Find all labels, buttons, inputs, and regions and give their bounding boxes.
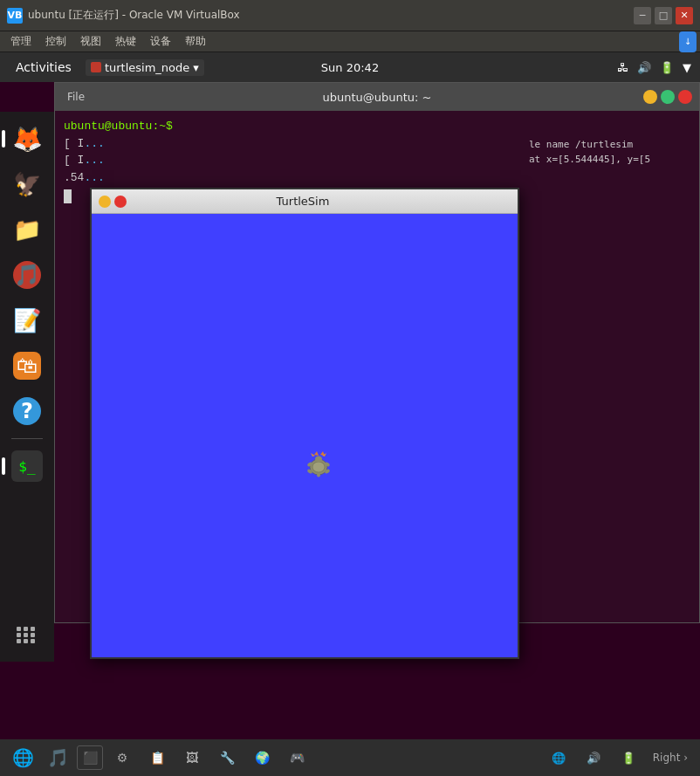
turtlesim-titlebar: TurtleSim [92, 189, 518, 214]
dock-item-help[interactable]: ? [7, 391, 47, 431]
terminal-menu-file[interactable]: File [62, 91, 90, 103]
vbox-menu-view[interactable]: 视图 [73, 32, 108, 51]
terminal-cursor [64, 189, 72, 203]
vbox-maximize-button[interactable]: □ [655, 7, 672, 24]
taskbar-right-item2[interactable]: 🔊 [578, 742, 609, 773]
dock-item-appgrid[interactable] [7, 615, 47, 655]
terminal-close-button[interactable] [678, 90, 692, 104]
taskbar-time-label: Right › [648, 752, 693, 764]
right-text-line1: le name /turtlesim [529, 138, 697, 153]
right-text-line2: at x=[5.544445], y=[5 [529, 153, 697, 168]
taskbar-item-music[interactable]: 🎵 [42, 742, 73, 773]
gnome-clock: Sun 20:42 [321, 61, 379, 74]
vbox-titlebar: VB ubuntu [正在运行] - Oracle VM VirtualBox … [0, 0, 700, 31]
turtlesim-node-dropdown-icon: ▾ [193, 61, 199, 74]
taskbar-item-screen4[interactable]: 🖼 [176, 742, 208, 773]
vbox-menu-help[interactable]: 帮助 [178, 32, 213, 51]
volume-icon[interactable]: 🔊 [637, 61, 651, 74]
taskbar-item-screen5[interactable]: 🔧 [211, 742, 243, 773]
terminal-line-1: ubuntu@ubuntu:~$ [64, 118, 690, 135]
taskbar-item-screen6[interactable]: 🌍 [246, 742, 278, 773]
vbox-title: ubuntu [正在运行] - Oracle VM VirtualBox [28, 8, 634, 23]
vbox-icon: VB [7, 8, 23, 24]
vbox-window-controls: ─ □ ✕ [634, 7, 693, 24]
vbox-minimize-button[interactable]: ─ [634, 7, 651, 24]
dock-separator [11, 438, 43, 439]
battery-icon[interactable]: 🔋 [660, 61, 674, 74]
vbox-menu-devices[interactable]: 设备 [143, 32, 178, 51]
activities-label: Activities [16, 60, 72, 74]
vbox-close-button[interactable]: ✕ [676, 7, 693, 24]
activities-button[interactable]: Activities [9, 57, 79, 78]
turtlesim-title: TurtleSim [127, 195, 479, 208]
turtlesim-node-icon [91, 62, 101, 72]
taskbar-item-screen2[interactable]: ⚙ [106, 742, 138, 773]
vbox-notification-icon[interactable]: ↓ [679, 31, 697, 52]
terminal-titlebar: File ubuntu@ubuntu: ~ [55, 83, 699, 111]
gnome-status-icons: 🖧 🔊 🔋 ▼ [617, 61, 691, 74]
terminal-title: ubuntu@ubuntu: ~ [322, 91, 431, 104]
taskbar-right-item3[interactable]: 🔋 [613, 742, 644, 773]
svg-marker-8 [314, 451, 319, 456]
turtlesim-node-label: turtlesim_node [105, 61, 189, 74]
taskbar-item-screen7[interactable]: 🎮 [281, 742, 312, 773]
dock-item-terminal[interactable]: $_ [7, 446, 47, 486]
terminal-line-4: .54... [64, 169, 690, 187]
turtlesim-controls [99, 196, 127, 208]
taskbar-item-screen3[interactable]: 📋 [141, 742, 173, 773]
vbox-menu-manage[interactable]: 管理 [3, 32, 38, 51]
dock-item-files[interactable]: 📁 [7, 209, 47, 250]
turtlesim-minimize-button[interactable] [99, 196, 111, 208]
taskbar-item-screen1[interactable]: ⬛ [77, 745, 103, 770]
svg-point-1 [312, 462, 325, 472]
settings-arrow-icon[interactable]: ▼ [683, 61, 691, 74]
terminal-minimize-button[interactable] [643, 90, 657, 104]
turtlesim-close-button[interactable] [114, 196, 127, 208]
terminal-window-controls [643, 90, 692, 104]
svg-point-3 [317, 473, 320, 477]
dock-item-firefox[interactable]: 🦊 [7, 119, 47, 159]
dock-item-appstore[interactable]: 🛍 [7, 346, 47, 386]
bottom-taskbar: 🌐 🎵 ⬛ ⚙ 📋 🖼 🔧 🌍 🎮 🌐 🔊 🔋 Right › [0, 739, 700, 776]
svg-point-2 [315, 457, 322, 463]
terminal-maximize-button[interactable] [661, 90, 675, 104]
vbox-menu-hotkeys[interactable]: 热键 [108, 32, 143, 51]
terminal-right-text: le name /turtlesim at x=[5.544445], y=[5 [525, 134, 700, 170]
dock-item-rhythmbox[interactable]: 🎵 [7, 255, 47, 295]
dock-item-libreoffice[interactable]: 📝 [7, 300, 47, 340]
dock-item-thunderbird[interactable]: 🦅 [7, 164, 47, 204]
vbox-menubar: 管理 控制 视图 热键 设备 帮助 ↓ [0, 31, 700, 52]
taskbar-right-item1[interactable]: 🌐 [543, 742, 574, 773]
vbox-menu-control[interactable]: 控制 [38, 32, 73, 51]
vbox-icon-label: VB [8, 10, 23, 21]
turtlesim-window: TurtleSim [90, 188, 519, 659]
gnome-dock: 🦊 🦅 📁 🎵 📝 🛍 ? $_ [0, 112, 54, 662]
gnome-topbar: Activities turtlesim_node ▾ Sun 20:42 🖧 … [0, 52, 700, 82]
turtle-sprite [301, 450, 336, 481]
turtlesim-canvas [92, 214, 518, 657]
network-icon[interactable]: 🖧 [617, 61, 628, 74]
turtlesim-node-button[interactable]: turtlesim_node ▾ [86, 59, 204, 76]
taskbar-item-globe[interactable]: 🌐 [7, 742, 38, 773]
